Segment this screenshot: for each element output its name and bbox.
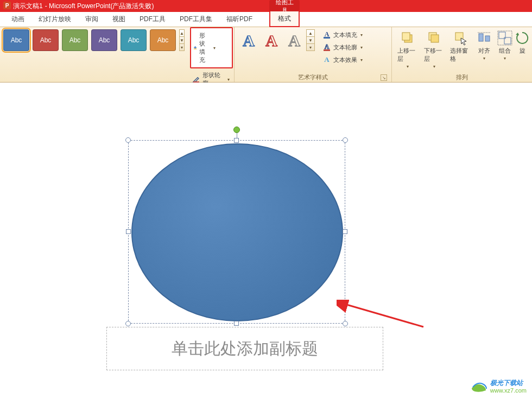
- svg-text:A: A: [324, 55, 330, 64]
- subtitle-placeholder[interactable]: 单击此处添加副标题: [106, 327, 383, 370]
- app-icon: P: [3, 2, 11, 11]
- send-backward-label: 下移一层: [424, 47, 445, 63]
- svg-rect-20: [485, 36, 490, 41]
- bring-forward-icon: [400, 30, 415, 46]
- gallery-more-icon[interactable]: ▾: [180, 44, 184, 50]
- tab-pdf-tools[interactable]: PDF工具: [132, 12, 173, 27]
- dropdown-icon: ▾: [504, 56, 506, 61]
- svg-text:A: A: [243, 31, 255, 49]
- group-icon: [497, 30, 512, 46]
- ribbon: Abc Abc Abc Abc Abc Abc ▲ ▼ ▾ 形状填充 ▾: [0, 27, 532, 83]
- text-effects-button[interactable]: A 文本效果 ▾: [320, 54, 365, 65]
- rotate-label: 旋: [520, 47, 525, 55]
- wordart-preset-2[interactable]: A: [261, 29, 282, 51]
- group-arrange: 上移一层 ▾ 下移一层 ▾ 选择窗格 对齐 ▾ 组合 ▾: [392, 27, 532, 82]
- document-title: 演示文稿1: [13, 2, 43, 11]
- slide-canvas[interactable]: 单击此处添加副标题: [0, 83, 532, 398]
- svg-rect-10: [324, 37, 330, 39]
- tab-format[interactable]: 格式: [269, 11, 300, 27]
- bring-forward-button[interactable]: 上移一层 ▾: [395, 29, 421, 71]
- group-shape-styles: Abc Abc Abc Abc Abc Abc ▲ ▼ ▾ 形状填充 ▾: [0, 27, 235, 82]
- wordart-preset-1[interactable]: A: [238, 29, 259, 51]
- svg-text:A: A: [288, 31, 300, 49]
- wordart-styles-dialog-launcher[interactable]: ↘: [381, 74, 387, 81]
- watermark: 极光下载站 www.xz7.com: [471, 378, 527, 395]
- text-outline-button[interactable]: A 文本轮廓 ▾: [320, 42, 365, 53]
- text-effects-icon: A: [322, 55, 331, 64]
- resize-handle-tl[interactable]: [125, 137, 131, 143]
- shape-fill-label: 形状填充: [199, 31, 210, 64]
- svg-rect-15: [402, 33, 410, 40]
- send-backward-icon: [427, 30, 442, 46]
- group-arrange-label: 排列: [456, 73, 468, 81]
- resize-handle-bm[interactable]: [234, 321, 239, 326]
- style-swatch-1[interactable]: Abc: [3, 29, 29, 51]
- resize-handle-mr[interactable]: [343, 229, 347, 234]
- ribbon-tab-bar: 动画 幻灯片放映 审阅 视图 PDF工具 PDF工具集 福昕PDF 格式: [0, 12, 532, 27]
- style-swatch-6[interactable]: Abc: [150, 29, 176, 51]
- shape-selection-box[interactable]: [128, 140, 345, 324]
- watermark-name: 极光下载站: [490, 380, 527, 387]
- text-fill-label: 文本填充: [333, 31, 357, 39]
- dropdown-icon: ▾: [360, 45, 363, 50]
- tab-fuxin-pdf[interactable]: 福昕PDF: [219, 12, 259, 27]
- style-swatch-4[interactable]: Abc: [91, 29, 117, 51]
- gallery-down-icon[interactable]: ▼: [307, 37, 314, 44]
- style-swatch-2[interactable]: Abc: [33, 29, 59, 51]
- text-effects-label: 文本效果: [333, 56, 357, 64]
- tab-review[interactable]: 审阅: [78, 12, 105, 27]
- dropdown-icon: ▾: [360, 58, 363, 62]
- group-wordart-styles-label: 艺术字样式: [298, 73, 328, 81]
- bring-forward-label: 上移一层: [397, 47, 419, 63]
- oval-shape[interactable]: [131, 143, 343, 321]
- text-fill-icon: A: [322, 30, 331, 39]
- selection-pane-label: 选择窗格: [450, 47, 471, 63]
- tab-pdf-toolset[interactable]: PDF工具集: [173, 12, 219, 27]
- selection-pane-icon: [453, 30, 468, 46]
- gallery-up-icon[interactable]: ▲: [307, 30, 314, 37]
- tab-animation[interactable]: 动画: [4, 12, 31, 27]
- resize-handle-tr[interactable]: [343, 137, 348, 143]
- dropdown-icon: ▾: [483, 56, 485, 61]
- svg-rect-2: [194, 49, 197, 49]
- gallery-down-icon[interactable]: ▼: [180, 37, 184, 44]
- tab-view[interactable]: 视图: [105, 12, 132, 27]
- send-backward-button[interactable]: 下移一层 ▾: [422, 29, 447, 71]
- rotate-handle[interactable]: [233, 127, 240, 133]
- dropdown-icon: ▾: [213, 46, 216, 50]
- wordart-preset-3[interactable]: A: [283, 29, 305, 51]
- gallery-up-icon[interactable]: ▲: [180, 30, 184, 37]
- style-gallery-scroll[interactable]: ▲ ▼ ▾: [179, 29, 185, 51]
- group-wordart-styles: A A A ▲ ▼ ▾ A 文本填充 ▾: [235, 27, 392, 82]
- contextual-tab-drawing-tools: 绘图工具: [269, 0, 300, 12]
- svg-line-25: [345, 304, 423, 327]
- window-titlebar: P 演示文稿1 - Microsoft PowerPoint(产品激活失败) 绘…: [0, 0, 532, 12]
- resize-handle-bl[interactable]: [125, 321, 131, 326]
- group-button-label: 组合: [499, 47, 511, 55]
- rotate-button[interactable]: 旋: [516, 29, 529, 71]
- svg-rect-12: [324, 49, 330, 51]
- svg-text:P: P: [5, 3, 9, 9]
- rotate-icon: [515, 30, 530, 46]
- wordart-gallery-scroll[interactable]: ▲ ▼ ▾: [306, 29, 315, 51]
- align-icon: [477, 30, 492, 46]
- dropdown-icon: ▾: [407, 64, 409, 69]
- text-fill-button[interactable]: A 文本填充 ▾: [320, 29, 365, 40]
- shape-fill-button[interactable]: 形状填充 ▾: [190, 27, 233, 68]
- gallery-more-icon[interactable]: ▾: [307, 44, 314, 50]
- paint-bucket-icon: [193, 43, 197, 52]
- group-button[interactable]: 组合 ▾: [495, 29, 515, 71]
- resize-handle-tm[interactable]: [234, 138, 239, 143]
- svg-rect-17: [431, 35, 439, 42]
- style-swatch-5[interactable]: Abc: [121, 29, 147, 51]
- tab-slideshow[interactable]: 幻灯片放映: [31, 12, 78, 27]
- align-button[interactable]: 对齐 ▾: [474, 29, 494, 71]
- dropdown-icon: ▾: [433, 64, 435, 69]
- resize-handle-br[interactable]: [343, 321, 348, 326]
- selection-pane-button[interactable]: 选择窗格: [448, 29, 473, 71]
- svg-rect-24: [498, 31, 512, 45]
- style-swatch-3[interactable]: Abc: [62, 29, 88, 51]
- resize-handle-ml[interactable]: [126, 229, 131, 234]
- watermark-logo-icon: [471, 378, 487, 395]
- svg-text:A: A: [265, 31, 277, 49]
